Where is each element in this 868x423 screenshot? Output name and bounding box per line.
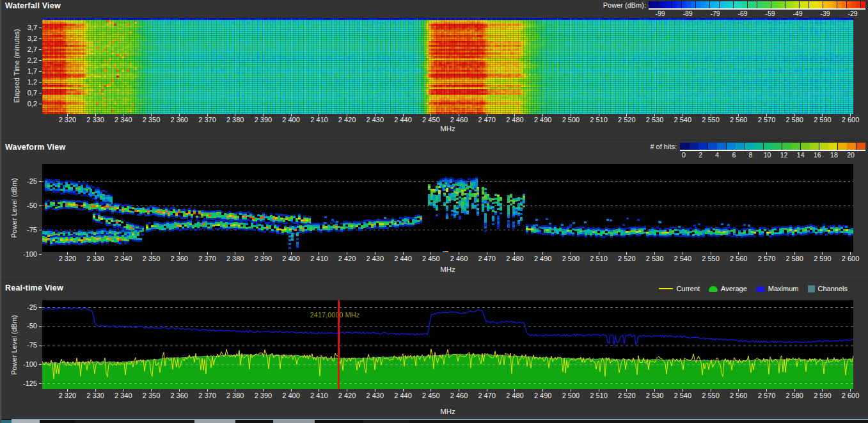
power-colorbar <box>649 1 865 8</box>
legend-item-label: Average <box>721 285 747 292</box>
waterfall-title: Waterfall View <box>5 1 61 10</box>
colorbar-tick-label: -79 <box>705 10 725 17</box>
x-tick-label: 2 560 <box>723 255 755 262</box>
waveform-panel: Waveform View # of hits: 024681012141618… <box>0 140 868 280</box>
x-tick-label: 2 350 <box>136 392 168 399</box>
x-tick-label: 2 530 <box>639 116 671 124</box>
x-tick-label: 2 510 <box>583 116 615 124</box>
x-tick-label: 2 490 <box>527 255 559 262</box>
x-tick-label: 2 530 <box>639 255 671 262</box>
x-tick-label: 2 550 <box>695 116 727 124</box>
colorbar-tick-label: -99 <box>650 10 670 17</box>
x-tick-label: 2 320 <box>51 392 83 399</box>
legend-item-maximum: Maximum <box>756 285 799 292</box>
x-tick-label: 2 320 <box>51 116 83 124</box>
x-tick-label: 2 520 <box>611 255 643 262</box>
x-tick-label: 2 550 <box>695 255 727 262</box>
x-tick-label: 2 350 <box>136 255 168 262</box>
cutoff-table-cell <box>409 420 868 423</box>
cutoff-table-cell <box>235 420 273 423</box>
frequency-marker[interactable] <box>338 300 340 389</box>
x-tick-label: 2 370 <box>191 392 223 399</box>
waveform-plot[interactable] <box>42 164 853 252</box>
x-tick-label: 2 410 <box>303 392 335 399</box>
x-tick-label: 2 470 <box>471 392 503 399</box>
x-tick-label: 2 540 <box>667 116 698 124</box>
x-tick-label: 2 390 <box>247 255 279 262</box>
y-tick-mark <box>39 104 42 104</box>
legend-item-channels: Channels <box>808 285 848 292</box>
x-tick-label: 2 370 <box>191 116 223 124</box>
x-tick-label: 2 430 <box>359 392 391 399</box>
waveform-x-axis-unit: MHz <box>42 266 853 273</box>
x-tick-label: 2 590 <box>807 255 839 262</box>
marker-frequency-label: 2417,0000 MHz <box>274 311 396 319</box>
x-tick-label: 2 600 <box>835 116 867 124</box>
x-tick-label: 2 420 <box>331 255 363 262</box>
x-tick-label: 2 420 <box>331 116 363 124</box>
x-tick-label: 2 520 <box>611 392 643 399</box>
x-tick-label: 2 350 <box>136 116 168 124</box>
channels-legend-icon <box>808 285 815 292</box>
x-tick-label: 2 360 <box>163 255 195 262</box>
legend-item-average: Average <box>709 285 747 292</box>
x-tick-label: 2 340 <box>107 116 139 124</box>
x-tick-label: 2 440 <box>387 392 419 399</box>
legend-item-current: Current <box>659 285 700 292</box>
cutoff-table-cell <box>315 420 363 423</box>
x-tick-label: 2 480 <box>499 116 531 124</box>
hits-colorbar-label: # of hits: <box>650 143 677 150</box>
x-tick-label: 2 520 <box>611 116 643 124</box>
colorbar-tick-label: 20 <box>840 151 861 159</box>
x-tick-label: 2 460 <box>443 116 475 124</box>
x-tick-label: 2 490 <box>527 116 559 124</box>
cutoff-table-cell <box>0 420 12 423</box>
y-tick-mark <box>39 346 42 346</box>
y-tick-mark <box>39 60 42 61</box>
y-tick-label: 1,7 <box>5 67 37 75</box>
y-tick-mark <box>39 49 42 50</box>
x-tick-label: 2 340 <box>107 392 139 399</box>
x-tick-label: 2 490 <box>527 392 559 399</box>
colorbar-tick-label: -59 <box>760 10 780 17</box>
waterfall-plot[interactable] <box>42 18 853 114</box>
x-tick-label: 2 560 <box>723 116 755 124</box>
spectrum-analyzer-window: Waterfall View Power (dBm): -99-89-79-69… <box>0 0 868 423</box>
x-tick-label: 2 510 <box>583 255 615 262</box>
x-tick-label: 2 460 <box>443 392 475 399</box>
x-tick-label: 2 470 <box>471 255 503 262</box>
x-tick-label: 2 580 <box>778 255 810 262</box>
x-tick-label: 2 360 <box>163 116 195 124</box>
waterfall-x-axis-unit: MHz <box>42 125 853 132</box>
x-tick-label: 2 340 <box>107 255 139 262</box>
y-tick-mark <box>39 326 42 327</box>
cutoff-table-cell <box>273 420 315 423</box>
x-tick-label: 2 590 <box>807 116 839 124</box>
x-tick-label: 2 590 <box>807 392 839 399</box>
x-tick-label: 2 330 <box>79 116 111 124</box>
legend-item-label: Maximum <box>768 285 799 292</box>
y-tick-mark <box>39 307 42 308</box>
x-tick-label: 2 400 <box>275 392 307 399</box>
realtime-plot[interactable] <box>42 300 853 389</box>
realtime-x-axis-unit: MHz <box>42 408 853 415</box>
x-tick-label: 2 570 <box>751 392 783 399</box>
x-tick-label: 2 360 <box>163 392 195 399</box>
x-tick-label: 2 370 <box>191 255 223 262</box>
y-tick-label: -25 <box>5 177 37 185</box>
x-tick-label: 2 530 <box>639 392 671 399</box>
x-tick-label: 2 540 <box>667 392 698 399</box>
x-tick-label: 2 430 <box>359 116 391 124</box>
y-tick-mark <box>39 364 42 365</box>
realtime-legend: CurrentAverageMaximumChannels <box>659 285 848 292</box>
y-tick-mark <box>39 181 42 182</box>
x-tick-label: 2 410 <box>303 255 335 262</box>
realtime-panel: Real-time View CurrentAverageMaximumChan… <box>0 280 868 419</box>
cutoff-table-cell <box>40 420 75 423</box>
cutoff-table-cell <box>194 420 235 423</box>
y-tick-label: -50 <box>5 202 37 209</box>
x-tick-label: 2 450 <box>415 116 447 124</box>
cutoff-table-row <box>0 419 868 423</box>
x-tick-label: 2 450 <box>415 255 447 262</box>
y-tick-mark <box>39 230 42 230</box>
